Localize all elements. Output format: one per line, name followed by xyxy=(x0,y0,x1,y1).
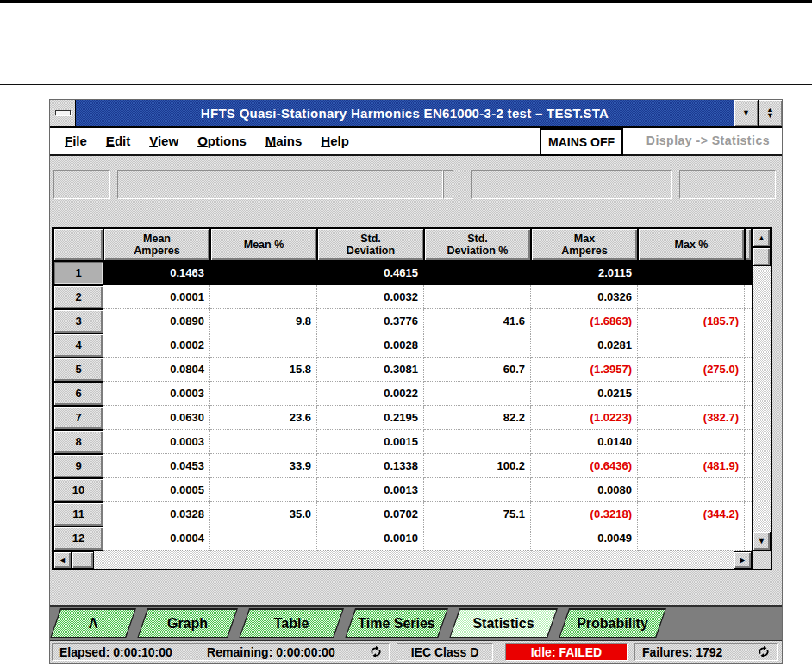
data-cell: 23.6 xyxy=(210,406,317,430)
data-cell: 0.0002 xyxy=(103,333,210,358)
data-cell: 0.0140 xyxy=(531,430,638,454)
data-cell: 0.0005 xyxy=(103,478,210,502)
vertical-scroll-track[interactable] xyxy=(753,266,771,532)
refresh-icon[interactable] xyxy=(370,645,382,658)
tab-graph[interactable]: Graph xyxy=(137,608,238,638)
menu-items: FileEditViewOptionsMainsHelp xyxy=(55,134,359,148)
row-header-6[interactable]: 6 xyxy=(53,382,103,406)
horizontal-scrollbar[interactable]: ◄► xyxy=(53,551,752,569)
row-header-12[interactable]: 12 xyxy=(53,526,103,551)
data-cell: 0.0049 xyxy=(531,526,638,551)
row-header-7[interactable]: 7 xyxy=(53,406,103,430)
scroll-right-button[interactable]: ► xyxy=(734,551,752,569)
data-cell: (1.0223) xyxy=(531,406,638,430)
row-header-8[interactable]: 8 xyxy=(53,430,103,454)
display-mode-label: Display -> Statistics xyxy=(646,134,770,147)
menu-item-mains[interactable]: Mains xyxy=(256,134,312,148)
menu-item-view[interactable]: View xyxy=(140,134,188,148)
column-header-2: Mean % xyxy=(210,228,317,261)
column-header-1: MeanAmperes xyxy=(103,228,210,261)
data-cell xyxy=(424,478,531,502)
data-cell xyxy=(424,285,531,309)
data-cell xyxy=(210,333,317,358)
data-cell xyxy=(424,526,531,551)
row-header-1[interactable]: 1 xyxy=(53,261,103,285)
window-body: MeanAmperesMean %Std.DeviationStd.Deviat… xyxy=(50,156,782,663)
data-cell: 0.0013 xyxy=(317,478,424,502)
data-cell xyxy=(210,478,317,502)
tab-time-series[interactable]: Time Series xyxy=(345,608,448,638)
data-cell: 0.0022 xyxy=(317,382,424,406)
refresh-icon[interactable] xyxy=(758,645,770,658)
restore-down-icon: ▼ xyxy=(766,113,774,119)
vertical-scrollbar[interactable]: ▲▼ xyxy=(752,228,771,551)
tab-λ[interactable]: Λ xyxy=(50,608,136,638)
tab-table[interactable]: Table xyxy=(239,608,344,638)
data-cell: 0.3081 xyxy=(317,358,424,382)
tab-label: Time Series xyxy=(347,610,447,637)
document-top-rule xyxy=(0,0,812,3)
toolbar-panel-2 xyxy=(117,170,443,199)
tab-statistics[interactable]: Statistics xyxy=(449,608,558,638)
restore-button[interactable]: ▲▼ xyxy=(758,100,782,126)
row-header-10[interactable]: 10 xyxy=(53,478,103,502)
refresh-glyph xyxy=(370,645,382,658)
data-cell xyxy=(638,382,745,406)
data-cell: 60.7 xyxy=(424,358,531,382)
data-cell: (0.3218) xyxy=(531,502,638,526)
vertical-scroll-thumb[interactable] xyxy=(753,247,771,266)
data-cell: (481.9) xyxy=(638,454,745,478)
data-cell-partial xyxy=(745,478,752,502)
toolbar-panel-divider xyxy=(443,170,453,199)
remaining-label: Remaining: xyxy=(207,645,272,659)
failures-label: Failures: xyxy=(642,645,692,659)
tab-label: Statistics xyxy=(451,610,556,637)
data-cell xyxy=(638,526,745,551)
elapsed-label: Elapsed: xyxy=(59,645,109,659)
data-cell-partial xyxy=(745,502,752,526)
data-cell xyxy=(424,333,531,358)
scroll-up-button[interactable]: ▲ xyxy=(753,228,771,247)
remaining-value: 0:00:00:00 xyxy=(276,645,335,659)
minimize-icon: ▼ xyxy=(742,110,750,116)
row-header-2[interactable]: 2 xyxy=(53,285,103,309)
scroll-down-button[interactable]: ▼ xyxy=(753,532,771,551)
data-cell: 0.0215 xyxy=(531,382,638,406)
data-cell: 75.1 xyxy=(424,502,531,526)
scroll-left-button[interactable]: ◄ xyxy=(53,551,72,569)
row-header-3[interactable]: 3 xyxy=(53,309,103,333)
minimize-button[interactable]: ▼ xyxy=(734,100,758,126)
data-cell: 0.0004 xyxy=(103,526,210,551)
row-header-11[interactable]: 11 xyxy=(53,502,103,526)
mains-off-indicator[interactable]: MAINS OFF xyxy=(540,128,623,156)
row-header-5[interactable]: 5 xyxy=(53,358,103,382)
data-cell-partial xyxy=(745,309,752,333)
row-header-4[interactable]: 4 xyxy=(53,333,103,358)
horizontal-scroll-thumb[interactable] xyxy=(72,551,94,569)
data-cell-partial xyxy=(745,526,752,551)
toolbar-panel-4 xyxy=(679,170,776,199)
data-cell: 0.2195 xyxy=(317,406,424,430)
menu-item-edit[interactable]: Edit xyxy=(97,134,140,148)
data-cell: 0.0003 xyxy=(103,430,210,454)
menu-item-file[interactable]: File xyxy=(55,134,97,148)
data-cell xyxy=(210,261,317,285)
menu-item-options[interactable]: Options xyxy=(188,134,256,148)
menu-item-help[interactable]: Help xyxy=(311,134,359,148)
data-cell: 0.0015 xyxy=(317,430,424,454)
control-menu-dash-icon xyxy=(55,110,71,115)
column-header-3: Std.Deviation xyxy=(317,228,424,261)
column-header-partial xyxy=(745,228,752,261)
data-cell xyxy=(638,478,745,502)
tab-label: Probability xyxy=(560,610,665,637)
data-cell: 0.0804 xyxy=(103,358,210,382)
tab-items: ΛGraphTableTime SeriesStatisticsProbabil… xyxy=(50,608,667,638)
control-menu-button[interactable] xyxy=(50,100,76,126)
data-cell: 100.2 xyxy=(424,454,531,478)
tab-probability[interactable]: Probability xyxy=(559,608,666,638)
horizontal-scroll-track[interactable] xyxy=(94,551,734,569)
tab-label: Λ xyxy=(52,610,134,637)
row-header-9[interactable]: 9 xyxy=(53,454,103,478)
elapsed-value: 0:00:10:00 xyxy=(113,645,172,659)
data-cell: 0.0028 xyxy=(317,333,424,358)
